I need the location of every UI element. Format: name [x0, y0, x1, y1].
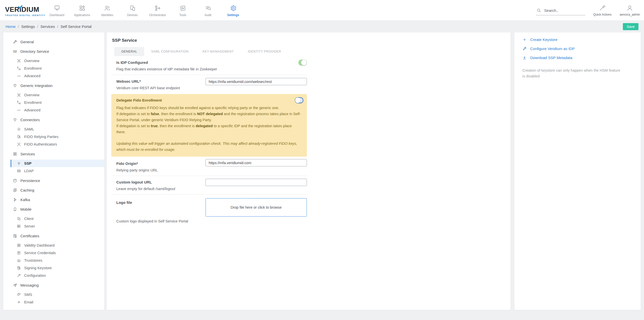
sidebar-item-label: Persistence — [20, 178, 40, 183]
sidebar-item-kafka[interactable]: Kafka — [3, 196, 104, 203]
plug-icon — [13, 83, 17, 88]
idcard-icon — [17, 169, 21, 173]
sidebar-item-fido-authenticators[interactable]: FIDO Authenticators — [3, 141, 104, 148]
sidebar-item-connectors[interactable]: Connectors — [3, 116, 104, 123]
search-icon — [536, 8, 541, 13]
sidebar-item-label: FIDO Authenticators — [24, 142, 57, 146]
svg-text:AD: AD — [14, 51, 16, 52]
monitor-icon — [54, 5, 60, 12]
facescan-icon — [17, 142, 21, 146]
sidebar-item-service-credentials[interactable]: Service Credentials — [3, 249, 104, 257]
action-link-configure-veridium-as-idp[interactable]: Configure Veridium as IDP — [522, 44, 627, 53]
nav-item-identities[interactable]: Identities — [95, 4, 120, 17]
sidebar-item-label: Truststores — [24, 258, 42, 262]
sidebar-item-persistence[interactable]: Persistence — [3, 177, 104, 184]
search-box — [536, 8, 585, 15]
field-logo-file: Logo file Drop file here or click to bro… — [111, 195, 307, 227]
nav-item-tools[interactable]: Tools — [170, 4, 195, 17]
delegate-description-line: If delegation is set to true, then the e… — [116, 123, 302, 135]
breadcrumb-item-self-service-portal[interactable]: Self Service Portal — [60, 24, 91, 29]
content-area: GeneralADDirectory ServiceOverviewEnroll… — [0, 32, 644, 310]
sidebar-item-client[interactable]: Client — [3, 215, 104, 222]
sidebar-item-saml[interactable]: SAML — [3, 125, 104, 133]
sidebar-item-ldap[interactable]: LDAP — [3, 167, 104, 175]
sidebar-item-signing-keystore[interactable]: Signing Keystore — [3, 264, 104, 272]
search-input[interactable] — [544, 8, 580, 13]
nav-item-audit[interactable]: Audit — [195, 4, 221, 17]
tab-identity-provider[interactable]: IDENTITY PROVIDER — [241, 47, 288, 56]
sidebar-item-label: Services — [20, 152, 35, 156]
action-link-download-ssp-metadata[interactable]: Download SSP Metadata — [522, 53, 627, 62]
is-idp-configured-toggle[interactable] — [298, 60, 307, 66]
plus-icon — [522, 37, 527, 42]
fido-origin-input[interactable] — [205, 159, 307, 166]
sidebar-item-certificates[interactable]: Certificates — [3, 232, 104, 240]
websec-url-description: Veridium core REST API base endpoint — [116, 85, 307, 90]
delegate-fido-toggle[interactable] — [295, 97, 303, 103]
sidebar-item-fido-relying-parties[interactable]: FIDO Relying Parties — [3, 133, 104, 141]
nav-item-label: Orchestrator — [149, 13, 166, 17]
sidebar-item-overview[interactable]: Overview — [3, 57, 104, 65]
tools-icon — [180, 5, 186, 12]
sidebar-item-validity-dashboard[interactable]: Validity Dashboard — [3, 242, 104, 249]
nav-item-devices[interactable]: Devices — [120, 4, 145, 17]
logo-file-dropzone[interactable]: Drop file here or click to browse — [205, 198, 307, 217]
sidebar-item-overview[interactable]: Overview — [3, 91, 104, 99]
sidebar-item-messaging[interactable]: Messaging — [3, 281, 104, 289]
breadcrumb-item-settings[interactable]: Settings — [21, 24, 35, 29]
sidebar-item-generic-integration[interactable]: Generic Integration — [3, 82, 104, 89]
clientdev-icon — [17, 217, 21, 221]
nav-item-applications[interactable]: Applications — [69, 4, 95, 17]
brand-checkmark-icon — [18, 5, 22, 9]
save-button[interactable]: Save — [623, 23, 638, 30]
breadcrumb-item-home[interactable]: Home — [6, 24, 16, 29]
wrench-icon — [17, 273, 21, 278]
websec-url-input[interactable] — [205, 78, 307, 85]
tab-general[interactable]: GENERAL — [114, 47, 144, 56]
sidebar-item-services[interactable]: Services — [3, 150, 104, 158]
sidebar-item-enrollment[interactable]: Enrollment — [3, 65, 104, 72]
tab-key-management[interactable]: KEY MANAGEMENT — [196, 47, 241, 56]
action-link-label: Configure Veridium as IDP — [530, 47, 575, 51]
sidebar-item-truststores[interactable]: Truststores — [3, 257, 104, 264]
sidebar-item-advanced[interactable]: </>Advanced — [3, 72, 104, 80]
quick-actions-button[interactable]: Quick Actions — [593, 5, 612, 16]
nav-item-settings[interactable]: Settings — [221, 4, 246, 17]
svg-text:</>: </> — [17, 75, 20, 77]
sidebar-item-email[interactable]: @Email — [3, 298, 104, 306]
sidebar-item-enrollment[interactable]: Enrollment — [3, 99, 104, 106]
sidebar-item-general[interactable]: General — [3, 38, 104, 45]
sidebar-item-label: SAML — [24, 127, 34, 131]
nav-item-dashboard[interactable]: Dashboard — [44, 4, 69, 17]
sidebar-item-mobile[interactable]: Mobile — [3, 205, 104, 213]
default-logout-path: /saml/logout — [156, 187, 175, 191]
sidebar-item-server[interactable]: Server — [3, 222, 104, 230]
sidebar-item-label: Generic Integration — [20, 83, 53, 88]
delegate-description-segment: , then the enrollment is — [158, 124, 196, 128]
vault-icon — [17, 258, 21, 262]
user-icon — [626, 5, 633, 11]
sidebar-item-sms[interactable]: SMS — [3, 291, 104, 298]
delegate-fido-enrollment-box: Delegate Fido Enrollment Flag that indic… — [111, 94, 307, 157]
user-menu[interactable]: aencica_admin — [620, 5, 640, 16]
delegate-description-segment: true — [151, 124, 158, 128]
nav-item-label: Settings — [227, 13, 239, 17]
sidebar-item-advanced[interactable]: </>Advanced — [3, 106, 104, 114]
sidebar-item-configuration[interactable]: Configuration — [3, 272, 104, 279]
logo-file-description: Custom logo displayed in Self Service Po… — [116, 219, 307, 224]
audit-icon — [205, 5, 211, 12]
sidebar-item-caching[interactable]: Caching — [3, 186, 104, 194]
sidebar-item-directory-service[interactable]: ADDirectory Service — [3, 48, 104, 55]
sidebar-item-ssp[interactable]: SSP — [10, 160, 104, 167]
custom-logout-url-input[interactable] — [205, 179, 307, 186]
actions-links: Create KeystoreConfigure Veridium as IDP… — [522, 35, 627, 62]
nav-item-label: Devices — [127, 13, 138, 17]
apps-icon — [79, 5, 86, 12]
devices-icon — [129, 5, 136, 12]
brand-logo[interactable]: VERIDIUM TRUSTED DIGITAL IDENTITY — [0, 4, 44, 17]
tab-saml-configuration[interactable]: SAML CONFIGURATION — [144, 47, 196, 56]
breadcrumb-item-services[interactable]: Services — [41, 24, 55, 29]
nav-item-orchestrator[interactable]: Orchestrator — [145, 4, 170, 17]
action-link-create-keystore[interactable]: Create Keystore — [522, 35, 627, 44]
toggle-knob — [301, 60, 307, 65]
